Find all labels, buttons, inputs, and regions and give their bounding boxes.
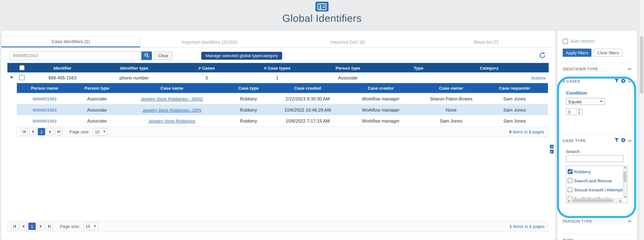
cell-case-type: Robbery [222, 96, 275, 101]
main-page-size-select[interactable]: 15 [84, 222, 98, 230]
sub-next-page-button[interactable] [46, 128, 54, 136]
spin-up-icon[interactable]: ▲ [576, 108, 582, 111]
row-checkbox[interactable] [19, 75, 24, 80]
collapse-panel-icon[interactable]: ◄ [550, 145, 554, 149]
sub-first-page-button[interactable] [20, 128, 28, 136]
clear-filters-button[interactable]: Clear filters [594, 49, 623, 57]
column-header-case-types[interactable]: # Case types [242, 65, 312, 70]
case-name-link[interactable]: Jewelry Store Robberies [148, 118, 196, 123]
clear-filter-icon[interactable] [621, 79, 626, 84]
column-header-category[interactable]: Category [454, 65, 524, 70]
main-first-page-button[interactable] [11, 223, 18, 230]
cell-case-types: 1 [242, 75, 312, 80]
type-section-header[interactable]: TYPE [563, 234, 632, 240]
tab-imported-identifiers[interactable]: Imported Identifiers (31018) [140, 36, 279, 47]
option-label: Robbery [574, 169, 591, 174]
section-title: IDENTIFIER TYPE [563, 67, 598, 71]
case-type-option-sexual-assault[interactable]: Sexual Assault \ Attempted [568, 185, 627, 194]
manage-global-type-button[interactable]: Manage selected global type/category [201, 52, 282, 59]
chevron-up-icon[interactable] [628, 219, 632, 223]
sub-header-case-name[interactable]: Case name [122, 85, 222, 90]
chevron-down-icon[interactable] [628, 79, 632, 84]
column-header-identifier-type[interactable]: Identifier type [97, 65, 171, 70]
page-scrollbar[interactable] [639, 0, 644, 240]
case-type-option-search-and-rescue[interactable]: Search and Rescue [568, 176, 627, 185]
sub-header-case-type[interactable]: Case type [222, 85, 275, 90]
sub-page-1-button[interactable]: 1 [38, 128, 45, 136]
main-prev-page-button[interactable] [20, 223, 27, 230]
sub-header-case-requester[interactable]: Case requester [482, 85, 548, 90]
person-type-section-header[interactable]: PERSON TYPE [563, 215, 632, 227]
tab-case-identifiers[interactable]: Case Identifiers (1) [1, 36, 140, 47]
clear-search-button[interactable]: Clear [154, 51, 172, 60]
column-header-identifier[interactable]: Identifier [28, 65, 97, 70]
person-name-link[interactable]: 9994951563 [33, 118, 57, 123]
collapse-row-icon[interactable] [10, 77, 13, 79]
cell-person-type: Associate [312, 75, 383, 80]
apply-filters-button[interactable]: Apply filters [563, 49, 592, 57]
person-name-link[interactable]: 9994951563 [33, 96, 57, 101]
case-type-checkbox[interactable] [568, 169, 572, 174]
expand-panel-icon[interactable]: ► [550, 150, 554, 154]
search-input[interactable] [9, 51, 141, 60]
condition-select[interactable]: Equals [566, 98, 605, 105]
spin-down-icon[interactable]: ▼ [576, 112, 582, 115]
sub-header-person-type[interactable]: Person type [72, 85, 122, 90]
case-type-checkbox[interactable] [568, 178, 572, 183]
page-size-value: 10 [95, 129, 100, 134]
sub-last-page-button[interactable] [55, 128, 62, 136]
panel-splitter[interactable]: ◄ ► [550, 145, 554, 154]
sub-page-size-select[interactable]: 10 [93, 128, 108, 136]
page-size-label: Page size: [60, 224, 80, 229]
sub-items-summary: 9items in1pages [509, 129, 544, 134]
scrollbar-thumb[interactable] [624, 172, 626, 182]
column-header-person-type[interactable]: Person type [312, 65, 383, 70]
sub-prev-page-button[interactable] [29, 128, 36, 136]
filter-funnel-icon[interactable] [614, 79, 619, 84]
column-header-cases[interactable]: # Cases [171, 65, 242, 70]
clear-filter-icon[interactable] [621, 138, 626, 143]
refresh-icon[interactable] [539, 52, 546, 59]
case-type-checkbox[interactable] [568, 187, 572, 192]
case-type-option-robbery[interactable]: Robbery [568, 167, 627, 176]
cases-sub-table: Person name Person type Case name Case t… [17, 83, 548, 137]
section-title: # CASES [563, 79, 580, 84]
auto-refresh-toggle[interactable]: Auto refresh [563, 38, 632, 44]
chevron-up-icon[interactable] [628, 67, 632, 71]
scrollbar-thumb[interactable] [640, 36, 643, 94]
case-name-link[interactable]: Jewelry Store Robberies - SRN2 [141, 96, 203, 101]
cases-section-header[interactable]: # CASES [563, 75, 632, 87]
tab-black-list[interactable]: Black list (7) [417, 36, 556, 47]
scrollbar-thumb[interactable] [572, 199, 613, 202]
person-name-link[interactable]: 9994951563 [33, 107, 57, 112]
cell-case-owner: None [421, 107, 482, 112]
sub-header-case-created[interactable]: Case created [275, 85, 340, 90]
main-last-page-button[interactable] [46, 223, 53, 230]
sub-header-case-creator[interactable]: Case creator [340, 85, 421, 90]
filter-funnel-icon[interactable] [614, 138, 619, 143]
actions-link[interactable]: Actions [531, 75, 546, 80]
main-next-page-button[interactable] [37, 223, 44, 230]
case-type-listbox: Robbery Search and Rescue Sexual Assault… [566, 166, 628, 203]
select-all-checkbox[interactable] [19, 65, 24, 70]
column-header-type[interactable]: Type [383, 65, 454, 70]
sub-header-case-owner[interactable]: Case owner [421, 85, 482, 90]
case-name-link[interactable]: Jewelry Store Robberies -SRN [142, 107, 201, 112]
cases-value-input[interactable] [566, 108, 576, 115]
identifier-type-section-header[interactable]: IDENTIFIER TYPE [563, 63, 632, 75]
case-type-search-input[interactable] [566, 155, 624, 162]
case-type-section-header[interactable]: CASE TYPE [563, 135, 632, 146]
main-page-1-button[interactable]: 1 [28, 223, 36, 230]
identifiers-table: Identifier Identifier type # Cases # Cas… [7, 63, 549, 137]
auto-refresh-checkbox[interactable] [563, 38, 568, 44]
cell-case-requester: Sam Jones [482, 96, 548, 101]
option-label: Sexual Assault \ Attempted [574, 187, 627, 192]
search-button[interactable] [141, 51, 152, 60]
tab-imported-doc[interactable]: Imported DoC (6) [279, 36, 417, 47]
cell-person-type: Associate [72, 118, 122, 123]
chevron-down-icon[interactable] [628, 138, 632, 143]
cell-case-creator: Workflow manager [340, 107, 421, 112]
sub-header-person-name[interactable]: Person name [17, 85, 72, 90]
sub-table-header: Person name Person type Case name Case t… [17, 83, 548, 93]
filter-section-type: TYPE [563, 234, 632, 240]
